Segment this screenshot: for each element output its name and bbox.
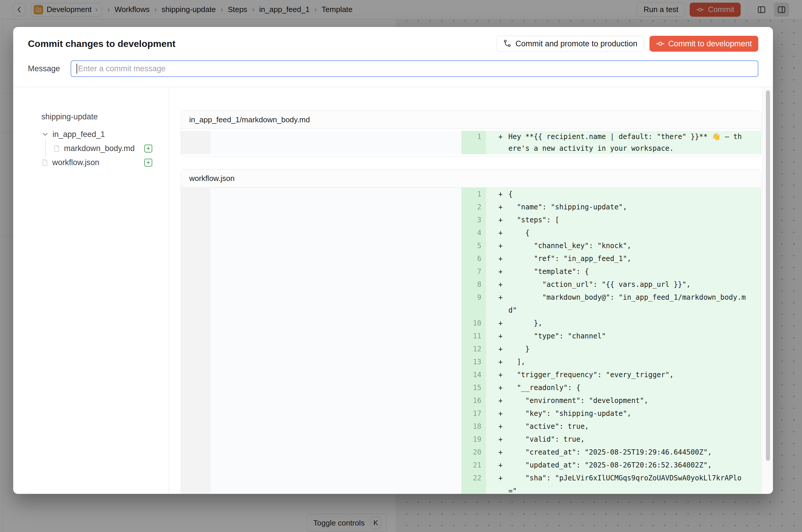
diff-add-sign: + [498,252,508,265]
diff-row: 15+ "__readonly": { [181,381,761,394]
diff-row: 21+ "updated_at": "2025-08-26T20:26:52.3… [181,459,761,472]
old-line-gutter [181,459,210,472]
diff-code-text: "updated_at": "2025-08-26T20:26:52.36400… [508,459,746,472]
old-line-gutter [181,213,210,226]
old-line-gutter [181,317,210,330]
diff-add-sign: + [498,407,508,420]
old-line-gutter [181,201,210,213]
old-line-gutter [181,407,210,420]
diff-code-text: "trigger_frequency": "every_trigger", [508,368,746,381]
old-line-gutter [181,330,210,343]
new-line-number: 16 [462,394,486,407]
diff-code-text: ], [508,356,746,368]
old-line-gutter [181,188,210,201]
diff-code-text: { [508,188,746,201]
commit-to-development-label: Commit to development [668,39,752,49]
modal-title: Commit changes to development [28,38,496,49]
new-line-number: 1 [462,131,486,154]
new-line-content: + "updated_at": "2025-08-26T20:26:52.364… [486,459,761,472]
old-line-gutter [181,343,210,356]
message-label: Message [28,64,71,73]
tree-file-markdown-body[interactable]: markdown_body.md + [41,141,152,155]
new-line-number: 12 [462,343,486,356]
diff-code-text: "action_url": "{{ vars.app_url }}", [508,278,746,291]
diff-row: 1+Hey **{{ recipient.name | default: "th… [181,131,761,154]
diff-add-sign: + [498,213,508,226]
new-line-content: + "template": { [486,265,761,278]
new-line-content: + }, [486,317,761,330]
old-line-content [210,265,462,278]
old-line-gutter [181,420,210,433]
diff-code-text: "type": "channel" [508,330,746,343]
diff-add-sign: + [498,356,508,368]
new-line-number: 22 [462,472,486,494]
new-line-number: 6 [462,252,486,265]
diff-list: in_app_feed_1/markdown_body.md 1+Hey **{… [169,87,762,494]
new-line-content: + "__readonly": { [486,381,761,394]
modal-header: Commit changes to development Commit and… [13,27,773,87]
diff-row: 5+ "channel_key": "knock", [181,239,761,252]
tree-file-label: markdown_body.md [64,144,144,153]
diff-row: 22+ "sha": "pJeLVir6xIlUCMGqs9qroZoUAVDS… [181,472,761,494]
old-line-gutter [181,265,210,278]
new-line-content: + "channel_key": "knock", [486,239,761,252]
old-line-gutter [181,278,210,291]
new-line-number: 10 [462,317,486,330]
new-line-number: 11 [462,330,486,343]
new-line-number: 14 [462,368,486,381]
tree-file-workflow-json[interactable]: workflow.json + [41,155,152,170]
old-line-content [210,459,462,472]
new-line-number: 5 [462,239,486,252]
diff-add-sign: + [498,201,508,213]
old-line-content [210,330,462,343]
diff-add-sign: + [498,131,508,142]
old-line-content [210,213,462,226]
commit-to-development-button[interactable]: Commit to development [650,36,758,52]
tree-file-label: workflow.json [52,158,144,167]
diff-add-sign: + [498,265,508,278]
diff-add-sign: + [498,239,508,252]
commit-message-input[interactable]: Enter a commit message [71,60,758,77]
diff-code-text: "__readonly": { [508,381,746,394]
diff-code-text: "markdown_body@": "in_app_feed_1/markdow… [508,291,746,317]
tree-folder-label: in_app_feed_1 [53,130,152,139]
diff-add-sign: + [498,343,508,356]
changed-files-tree: shipping-update in_app_feed_1 markdown_b… [13,87,169,494]
diff-code-text: "sha": "pJeLVir6xIlUCMGqs9qroZoUAVDSwA0y… [508,472,746,494]
diff-row: 6+ "ref": "in_app_feed_1", [181,252,761,265]
diff-code-text: "key": "shipping-update", [508,407,746,420]
new-line-content: + "trigger_frequency": "every_trigger", [486,368,761,381]
old-line-gutter [181,226,210,239]
new-line-number: 15 [462,381,486,394]
diff-row: 4+ { [181,226,761,239]
modal-scrollbar[interactable] [762,87,773,494]
new-line-content: + "action_url": "{{ vars.app_url }}", [486,278,761,291]
new-line-content: + "sha": "pJeLVir6xIlUCMGqs9qroZoUAVDSwA… [486,472,761,494]
diff-add-sign: + [498,368,508,381]
old-line-content [210,407,462,420]
new-line-content: + { [486,226,761,239]
new-line-content: + "valid": true, [486,433,761,446]
new-line-content: + "environment": "development", [486,394,761,407]
old-line-gutter [181,131,210,154]
old-line-content [210,472,462,494]
diff-row: 18+ "active": true, [181,420,761,433]
old-line-content [210,239,462,252]
file-added-badge: + [144,145,152,152]
tree-folder-in-app-feed[interactable]: in_app_feed_1 [41,127,152,141]
diff-code-text: "environment": "development", [508,394,746,407]
new-line-content: + "created_at": "2025-08-25T19:29:46.644… [486,446,761,459]
diff-code-text: "active": true, [508,420,746,433]
old-line-content [210,420,462,433]
new-line-content: + "name": "shipping-update", [486,201,761,213]
commit-and-promote-button[interactable]: Commit and promote to production [496,36,644,52]
diff-file-name: workflow.json [181,170,761,188]
scrollbar-thumb[interactable] [766,90,770,461]
old-line-content [210,278,462,291]
tree-root-workflow[interactable]: shipping-update [41,112,152,121]
chevron-down-icon [41,131,49,138]
commit-and-promote-label: Commit and promote to production [516,39,637,49]
new-line-number: 19 [462,433,486,446]
diff-add-sign: + [498,446,508,459]
new-line-number: 3 [462,213,486,226]
